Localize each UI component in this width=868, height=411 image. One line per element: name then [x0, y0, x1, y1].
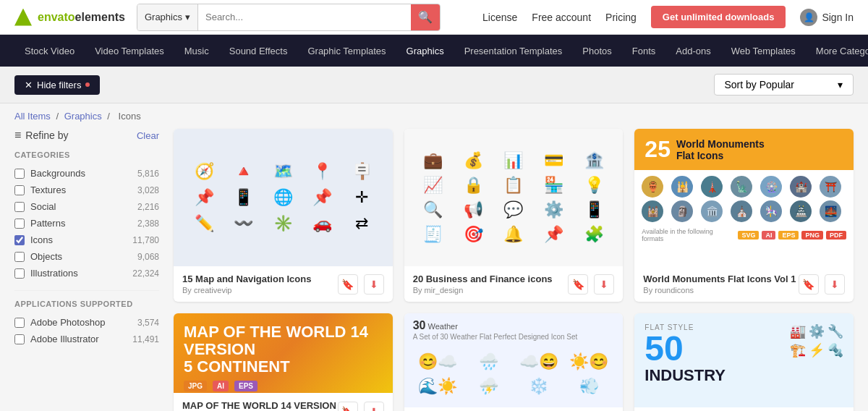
card-business[interactable]: 💼 💰 📊 💳 🏦 📈 🔒 📋 🏪 💡 🔍 📢 💬 ⚙️ 📱 🧾 [404, 129, 624, 302]
card-weather[interactable]: 30 Weather A Set of 30 Weather Flat Perf… [404, 313, 624, 411]
icon-phone: 📱 [228, 188, 260, 207]
categories-section-title: Categories [14, 151, 159, 159]
nav-photos[interactable]: Photos [572, 35, 621, 67]
search-button[interactable]: 🔍 [411, 4, 440, 30]
filter-backgrounds[interactable]: Backgrounds 5,816 [14, 165, 159, 182]
textures-checkbox[interactable] [14, 185, 25, 195]
nav-video-templates[interactable]: Video Templates [85, 35, 174, 67]
pricing-link[interactable]: Pricing [605, 12, 637, 23]
nav-web-templates[interactable]: Web Templates [721, 35, 806, 67]
nav-graphics[interactable]: Graphics [396, 35, 454, 67]
illustrations-checkbox[interactable] [14, 268, 25, 279]
get-unlimited-button[interactable]: Get unlimited downloads [651, 6, 786, 28]
b-icon-9: 🏪 [537, 176, 571, 195]
b-icon-11: 🔍 [416, 200, 451, 219]
card-actions-monuments: 🔖 ⬇ [799, 274, 845, 295]
b-icon-10: 💡 [577, 176, 612, 195]
icons-checkbox[interactable] [14, 235, 25, 245]
filter-icons[interactable]: Icons 11,780 [14, 232, 159, 248]
filter-illustrations[interactable]: Illustrations 22,324 [14, 265, 159, 281]
card-actions-business: 🔖 ⬇ [568, 274, 614, 295]
formats-row: Available in the following formats SVG A… [634, 225, 854, 245]
logo[interactable]: envatoelements [14, 9, 125, 26]
applications-section-title: Applications Supported [14, 300, 159, 308]
hide-filters-button[interactable]: ✕ Hide filters [14, 75, 100, 95]
card-preview-map-world: MAP OF THE WORLD 14 VERSION5 CONTINENT J… [174, 313, 393, 393]
monument-8: 🕍 [642, 200, 663, 222]
nav-presentation-templates[interactable]: Presentation Templates [454, 35, 573, 67]
card-footer-monuments: World Monuments Flat Icons Vol 1 By roun… [634, 266, 854, 302]
social-label: Social [30, 201, 132, 212]
sort-dropdown[interactable]: Sort by Popular ▾ [714, 74, 854, 96]
search-category-dropdown[interactable]: Graphics ▾ [137, 4, 198, 30]
license-link[interactable]: License [482, 12, 517, 23]
monument-4: 🗽 [731, 176, 752, 198]
ind-icon-5: ⚡ [809, 342, 825, 358]
w-icon-storm: ⛈️ [466, 377, 511, 396]
bookmark-button-map-nav[interactable]: 🔖 [338, 274, 358, 295]
breadcrumb-graphics[interactable]: Graphics [64, 111, 102, 122]
nav-fonts[interactable]: Fonts [622, 35, 666, 67]
monument-9: 🗿 [671, 200, 693, 222]
card-footer-industry: 50 INDUSTRY 🔖 ⬇ [634, 407, 854, 411]
photoshop-checkbox[interactable] [14, 318, 25, 328]
w-icon-cloud-happy: ☁️😄 [516, 352, 561, 371]
card-preview-map-nav: 🧭 🔺 🗺️ 📍 🪧 📌 📱 🌐 📌 ✛ ✏️ 〰️ ✳️ 🚗 ⇄ [174, 129, 393, 266]
industry-number: 50 [644, 331, 726, 366]
bookmark-button-business[interactable]: 🔖 [568, 274, 588, 295]
bookmark-button-map-world[interactable]: 🔖 [338, 402, 358, 411]
photoshop-count: 3,574 [137, 318, 159, 328]
social-checkbox[interactable] [14, 202, 25, 212]
nav-sound-effects[interactable]: Sound Effects [219, 35, 298, 67]
monument-12: 🎠 [760, 200, 782, 222]
b-icon-14: ⚙️ [537, 200, 571, 219]
nav-more-categories[interactable]: More Categories [806, 35, 868, 67]
card-author-business: By mir_design [413, 286, 569, 295]
card-map-nav[interactable]: 🧭 🔺 🗺️ 📍 🪧 📌 📱 🌐 📌 ✛ ✏️ 〰️ ✳️ 🚗 ⇄ [174, 129, 393, 302]
filter-objects[interactable]: Objects 9,068 [14, 248, 159, 265]
filter-textures[interactable]: Textures 3,028 [14, 182, 159, 198]
objects-checkbox[interactable] [14, 252, 25, 262]
icon-map: 🗺️ [267, 162, 299, 181]
download-button-business[interactable]: ⬇ [594, 274, 614, 295]
breadcrumb-all-items[interactable]: All Items [14, 111, 51, 122]
icon-crosshair: ✛ [346, 188, 378, 207]
filter-social[interactable]: Social 2,216 [14, 198, 159, 215]
filter-photoshop[interactable]: Adobe Photoshop 3,574 [14, 314, 159, 331]
filter-patterns[interactable]: Patterns 2,388 [14, 215, 159, 232]
card-footer-weather: 30 Weather 🔖 ⬇ [404, 407, 624, 411]
search-input[interactable] [198, 4, 411, 30]
download-button-map-nav[interactable]: ⬇ [364, 274, 384, 295]
w-icon-sun-water: 🌊☀️ [416, 377, 461, 396]
illustrator-checkbox[interactable] [14, 334, 25, 344]
monument-13: 🏯 [790, 200, 812, 222]
filter-illustrator[interactable]: Adobe Illustrator 11,491 [14, 331, 159, 347]
card-monuments[interactable]: 25 World Monuments Flat Icons 🏺 🕌 🗼 🗽 🎡 … [634, 129, 854, 302]
nav-graphic-templates[interactable]: Graphic Templates [297, 35, 396, 67]
patterns-checkbox[interactable] [14, 219, 25, 229]
filter-divider [14, 290, 159, 291]
backgrounds-checkbox[interactable] [14, 169, 25, 179]
ind-icon-1: 🏭 [790, 323, 806, 339]
card-map-world[interactable]: MAP OF THE WORLD 14 VERSION5 CONTINENT J… [174, 313, 393, 411]
w-icon-cloud-smile: 😊☁️ [416, 352, 461, 371]
b-icon-15: 📱 [577, 200, 612, 219]
sign-in-link[interactable]: 👤 Sign In [800, 9, 854, 26]
bookmark-button-monuments[interactable]: 🔖 [799, 274, 819, 295]
download-button-monuments[interactable]: ⬇ [825, 274, 845, 295]
clear-button[interactable]: Clear [137, 130, 159, 141]
card-industry[interactable]: FLAT STYLE 50 INDUSTRY 🏭 ⚙️ 🔧 🏗️ ⚡ 🔩 50 … [634, 313, 854, 411]
nav-music[interactable]: Music [174, 35, 219, 67]
industry-label: INDUSTRY [644, 366, 726, 385]
download-button-map-world[interactable]: ⬇ [364, 402, 384, 411]
nav-stock-video[interactable]: Stock Video [14, 35, 85, 67]
nav-addons[interactable]: Add-ons [665, 35, 720, 67]
icon-compass: 🧭 [188, 162, 221, 181]
b-icon-1: 💼 [416, 151, 451, 170]
nav-icons-grid: 🧭 🔺 🗺️ 📍 🪧 📌 📱 🌐 📌 ✛ ✏️ 〰️ ✳️ 🚗 ⇄ [174, 148, 393, 247]
user-avatar-icon: 👤 [800, 9, 817, 26]
search-icon: 🔍 [418, 10, 433, 24]
map-world-title: MAP OF THE WORLD 14 VERSION5 CONTINENT [184, 323, 383, 376]
refine-header: ≡ Refine by Clear [14, 129, 159, 142]
free-account-link[interactable]: Free account [532, 12, 591, 23]
